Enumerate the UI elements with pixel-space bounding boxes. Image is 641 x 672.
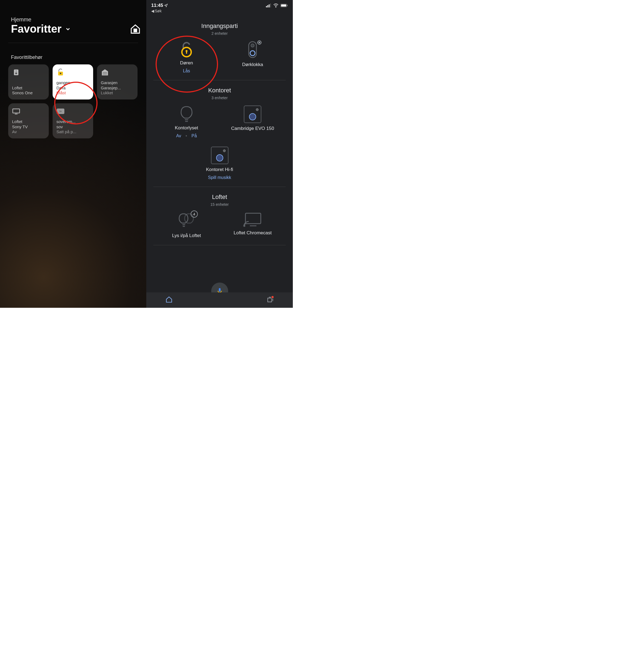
svg-rect-32 bbox=[219, 288, 220, 292]
back-label: Søk bbox=[155, 9, 162, 13]
tile-line2: Garasjep... bbox=[101, 85, 134, 91]
svg-point-15 bbox=[276, 6, 276, 8]
tile-line2: Sony TV bbox=[12, 124, 45, 130]
svg-point-24 bbox=[250, 51, 255, 56]
svg-rect-29 bbox=[245, 213, 261, 224]
device-name: Dørklokka bbox=[242, 62, 263, 67]
location-arrow-icon bbox=[164, 3, 168, 8]
svg-point-2 bbox=[15, 72, 17, 74]
device-count-badge: 4 bbox=[191, 211, 198, 218]
tile-line1: gangen bbox=[56, 80, 89, 85]
svg-rect-18 bbox=[287, 5, 288, 6]
nav-home-tab[interactable] bbox=[165, 296, 173, 304]
room-title[interactable]: Inngangsparti bbox=[153, 23, 286, 30]
tile-door-lock[interactable]: gangen Døra Ulåst bbox=[53, 64, 93, 99]
back-caret-icon: ◀ bbox=[151, 9, 154, 13]
tile-line1: Loftet bbox=[12, 119, 45, 124]
tile-line1: Loftet bbox=[12, 85, 45, 91]
gear-icon[interactable] bbox=[257, 40, 262, 45]
speaker-icon bbox=[244, 106, 261, 123]
svg-point-5 bbox=[60, 72, 62, 74]
appletv-icon: tv bbox=[56, 107, 65, 116]
tile-garage[interactable]: Garasjen Garasjep... Lukket bbox=[97, 64, 137, 99]
status-time: 11:45 bbox=[151, 3, 163, 8]
room-sub: 15 enheter bbox=[153, 202, 286, 207]
device-name: Lys i/på Loftet bbox=[172, 233, 201, 239]
back-to-search[interactable]: ◀ Søk bbox=[146, 9, 293, 16]
action-off[interactable]: Av bbox=[176, 133, 181, 138]
tile-line2: Sonos One bbox=[12, 91, 45, 96]
room-loftet: Loftet 15 enheter 4 Lys i/på Loftet Loft… bbox=[153, 187, 286, 245]
lock-open-icon bbox=[179, 41, 194, 57]
svg-point-3 bbox=[16, 71, 17, 72]
view-title-dropdown[interactable]: Favoritter bbox=[11, 23, 71, 35]
svg-point-23 bbox=[251, 44, 254, 47]
tile-line1: Garasjen bbox=[101, 80, 134, 85]
device-name: Døren bbox=[180, 60, 193, 66]
nav-activity-tab[interactable] bbox=[267, 296, 274, 304]
action-separator: • bbox=[186, 133, 187, 138]
signal-icon bbox=[266, 3, 271, 8]
svg-rect-11 bbox=[266, 6, 267, 8]
room-sub: 2 enheter bbox=[153, 31, 286, 36]
notification-dot-icon bbox=[271, 295, 274, 299]
svg-rect-21 bbox=[186, 51, 187, 54]
tile-appletv[interactable]: tv soverom... sov Satt på p... bbox=[53, 103, 93, 138]
device-action[interactable]: Lås bbox=[183, 68, 190, 73]
battery-icon bbox=[280, 3, 288, 8]
home-icon[interactable] bbox=[130, 24, 141, 35]
svg-rect-6 bbox=[103, 72, 107, 75]
svg-rect-14 bbox=[270, 3, 271, 8]
svg-rect-35 bbox=[268, 298, 271, 302]
wifi-icon bbox=[273, 3, 278, 8]
tile-line3: Satt på p... bbox=[56, 129, 89, 135]
device-chromecast[interactable]: Loftet Chromecast bbox=[220, 212, 286, 239]
device-speaker-hifi[interactable]: Kontoret Hi-fi Spill musikk bbox=[187, 147, 253, 180]
speaker-icon bbox=[211, 147, 229, 164]
tiles-container: Loftet Sonos One gangen Døra Ulåst Garas… bbox=[5, 64, 141, 138]
home-subtitle: Hjemme bbox=[11, 16, 141, 23]
svg-point-31 bbox=[244, 225, 245, 226]
cast-icon bbox=[243, 212, 262, 227]
tile-sonos[interactable]: Loftet Sonos One bbox=[8, 64, 49, 99]
tv-icon bbox=[12, 107, 20, 116]
svg-rect-9 bbox=[13, 109, 20, 113]
lightbulb-icon bbox=[180, 106, 193, 122]
action-on[interactable]: På bbox=[191, 133, 197, 138]
svg-rect-17 bbox=[281, 4, 286, 6]
tile-line1: soverom... bbox=[56, 119, 89, 124]
svg-rect-12 bbox=[267, 5, 268, 8]
speaker-icon bbox=[12, 68, 20, 77]
svg-rect-13 bbox=[269, 4, 270, 8]
device-light[interactable]: Kontorlyset Av • På bbox=[153, 106, 220, 138]
tile-line3: Av bbox=[12, 129, 45, 135]
device-speaker-cambridge[interactable]: Cambridge EVO 150 bbox=[220, 106, 286, 138]
device-doorbell[interactable]: Dørklokka bbox=[220, 41, 286, 73]
status-bar: 11:45 bbox=[146, 0, 293, 9]
device-lights-group[interactable]: 4 Lys i/på Loftet bbox=[153, 212, 220, 239]
device-name: Cambridge EVO 150 bbox=[231, 126, 274, 131]
svg-rect-0 bbox=[134, 29, 137, 32]
device-door-lock[interactable]: Døren Lås bbox=[153, 41, 220, 73]
doorbell-icon bbox=[247, 41, 258, 58]
tile-line3: Ulåst bbox=[56, 91, 89, 96]
section-label: Favorittilbehør bbox=[11, 55, 141, 60]
garage-icon bbox=[101, 68, 109, 77]
room-title[interactable]: Kontoret bbox=[153, 87, 286, 94]
lock-open-icon bbox=[56, 68, 65, 77]
chevron-down-icon bbox=[65, 26, 71, 32]
room-inngangsparti: Inngangsparti 2 enheter Døren Lås Dørklo… bbox=[153, 16, 286, 80]
google-home-panel: 11:45 ◀ Søk Inngangsparti 2 enheter Døre… bbox=[146, 0, 293, 308]
apple-home-panel: Hjemme Favoritter Favorittilbehør Loftet… bbox=[0, 0, 146, 308]
tile-tv[interactable]: Loftet Sony TV Av bbox=[8, 103, 49, 138]
home-outline-icon bbox=[165, 296, 173, 303]
room-title[interactable]: Loftet bbox=[153, 193, 286, 201]
tile-line3: Lukket bbox=[101, 91, 134, 96]
tile-line2: Døra bbox=[56, 85, 89, 91]
device-action[interactable]: Spill musikk bbox=[208, 175, 231, 180]
device-name: Kontorlyset bbox=[175, 125, 198, 131]
tile-line2: sov bbox=[56, 124, 89, 130]
device-name: Loftet Chromecast bbox=[234, 230, 272, 236]
device-name: Kontoret Hi-fi bbox=[206, 167, 233, 172]
room-kontoret: Kontoret 3 enheter Kontorlyset Av • På C… bbox=[153, 80, 286, 187]
